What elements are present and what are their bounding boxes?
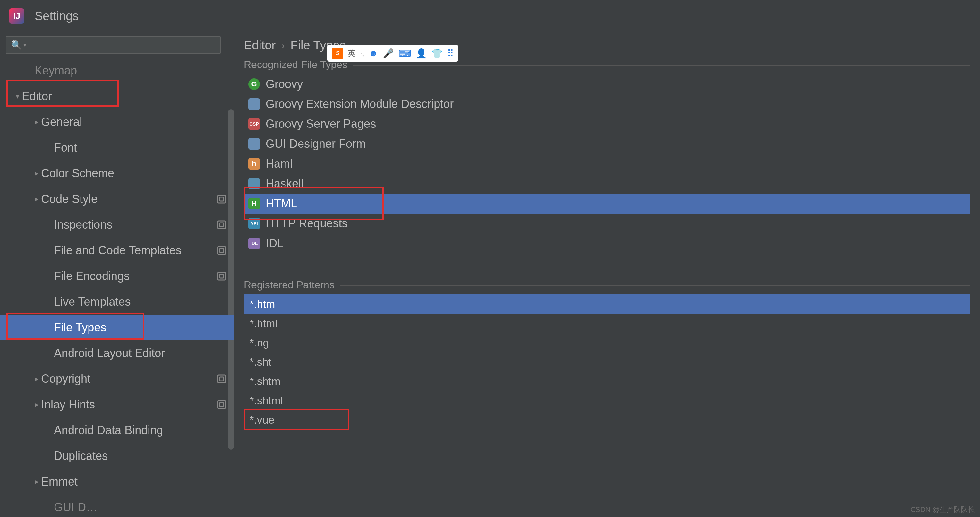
- project-scope-icon: [216, 193, 228, 205]
- watermark: CSDN @生产队队长: [910, 505, 975, 514]
- sidebar-item-label: Duplicates: [54, 449, 108, 463]
- shirt-icon[interactable]: 👕: [431, 48, 443, 59]
- sidebar-item[interactable]: Keymap: [0, 58, 234, 83]
- filetype-item[interactable]: IDLIDL: [244, 233, 970, 254]
- sidebar-item-label: Editor: [22, 89, 52, 103]
- breadcrumb-separator-icon: ›: [281, 40, 285, 51]
- tree-arrow-icon: [45, 272, 54, 281]
- sidebar-item[interactable]: ▸General: [0, 109, 234, 135]
- tree-arrow-icon: [25, 66, 35, 75]
- svg-rect-1: [220, 197, 224, 201]
- search-dropdown-icon[interactable]: ▾: [24, 41, 26, 48]
- filetype-icon: h: [248, 158, 260, 169]
- filetype-icon: G: [248, 78, 260, 90]
- sidebar-item-label: File Types: [54, 321, 106, 334]
- filetype-item[interactable]: Groovy Extension Module Descriptor: [244, 94, 970, 114]
- sidebar-item-label: Inspections: [54, 218, 112, 231]
- filetype-label: HTML: [266, 197, 297, 210]
- patterns-section: Registered Patterns *.htm*.html*.ng*.sht…: [244, 286, 970, 429]
- pattern-list[interactable]: *.htm*.html*.ng*.sht*.shtm*.shtml*.vue: [244, 294, 970, 429]
- filetype-label: Haskell: [266, 177, 304, 190]
- pattern-item[interactable]: *.sht: [244, 352, 970, 372]
- sidebar-item[interactable]: Duplicates: [0, 443, 234, 469]
- sidebar: 🔍 ▾ Keymap▾Editor▸GeneralFont▸Color Sche…: [0, 32, 234, 517]
- pattern-label: *.html: [250, 317, 277, 330]
- tree-arrow-icon: [45, 349, 54, 358]
- sidebar-item[interactable]: Inspections: [0, 212, 234, 238]
- sidebar-item[interactable]: Android Data Binding: [0, 418, 234, 443]
- filetype-item[interactable]: APIHTTP Requests: [244, 214, 970, 233]
- filetype-list[interactable]: GGroovyGroovy Extension Module Descripto…: [244, 74, 970, 254]
- sidebar-item[interactable]: ▸Inlay Hints: [0, 392, 234, 418]
- filetype-icon: [248, 98, 260, 110]
- svg-rect-4: [218, 247, 226, 254]
- pattern-item[interactable]: *.vue: [244, 410, 970, 429]
- filetype-icon: [248, 178, 260, 190]
- sidebar-item[interactable]: File Encodings: [0, 263, 234, 289]
- filetype-item[interactable]: hHaml: [244, 154, 970, 174]
- patterns-label: Registered Patterns: [244, 279, 340, 291]
- tree-arrow-icon: ▸: [32, 477, 41, 486]
- svg-rect-9: [220, 377, 224, 381]
- pattern-item[interactable]: *.shtm: [244, 372, 970, 391]
- sidebar-item[interactable]: ▸Color Scheme: [0, 161, 234, 186]
- sidebar-item-label: Copyright: [41, 372, 91, 386]
- filetype-item[interactable]: Haskell: [244, 174, 970, 194]
- svg-rect-6: [218, 272, 226, 280]
- tree-arrow-icon: [45, 452, 54, 461]
- sidebar-item-label: Emmet: [41, 475, 78, 488]
- svg-rect-0: [218, 195, 226, 203]
- sidebar-item[interactable]: File Types: [0, 315, 234, 340]
- pattern-item[interactable]: *.shtml: [244, 391, 970, 410]
- main-layout: 🔍 ▾ Keymap▾Editor▸GeneralFont▸Color Sche…: [0, 32, 980, 517]
- project-scope-icon: [216, 399, 228, 410]
- filetype-icon: API: [248, 218, 260, 229]
- filetype-icon: [248, 138, 260, 150]
- filetype-item[interactable]: GUI Designer Form: [244, 134, 970, 154]
- tree-arrow-icon: [45, 143, 54, 152]
- search-input[interactable]: 🔍 ▾: [6, 36, 221, 54]
- sidebar-item[interactable]: Live Templates: [0, 289, 234, 315]
- ime-lang[interactable]: 英: [348, 48, 355, 59]
- sidebar-item[interactable]: ▸Code Style: [0, 186, 234, 212]
- tree-arrow-icon: ▾: [13, 92, 22, 101]
- sidebar-item[interactable]: Font: [0, 135, 234, 161]
- sidebar-item-label: Keymap: [35, 64, 77, 77]
- svg-rect-7: [220, 274, 224, 278]
- sidebar-item[interactable]: GUI D…: [0, 495, 234, 517]
- keyboard-icon[interactable]: ⌨: [398, 48, 411, 59]
- sidebar-item[interactable]: File and Code Templates: [0, 238, 234, 263]
- tree-arrow-icon: [45, 297, 54, 306]
- project-scope-icon: [216, 219, 228, 231]
- pattern-label: *.sht: [250, 356, 271, 368]
- window-title: Settings: [35, 9, 79, 23]
- svg-rect-8: [218, 375, 226, 383]
- filetype-item[interactable]: HHTML: [244, 194, 970, 214]
- pattern-label: *.ng: [250, 337, 269, 349]
- breadcrumb-root[interactable]: Editor: [244, 38, 275, 52]
- svg-rect-2: [218, 221, 226, 229]
- emoji-icon[interactable]: ☻: [369, 48, 378, 59]
- settings-tree[interactable]: Keymap▾Editor▸GeneralFont▸Color Scheme▸C…: [0, 58, 234, 517]
- person-icon[interactable]: 👤: [416, 48, 427, 59]
- mic-icon[interactable]: 🎤: [383, 48, 394, 59]
- pattern-item[interactable]: *.html: [244, 314, 970, 333]
- filetype-label: Groovy Server Pages: [266, 117, 376, 131]
- sidebar-item-label: Android Data Binding: [54, 424, 163, 437]
- ime-toolbar[interactable]: S 英 ·, ☻ 🎤 ⌨ 👤 👕 ⠿: [327, 45, 458, 62]
- grid-icon[interactable]: ⠿: [447, 48, 454, 59]
- svg-rect-11: [220, 403, 224, 407]
- pattern-item[interactable]: *.ng: [244, 333, 970, 352]
- tree-arrow-icon: [45, 503, 54, 512]
- tree-arrow-icon: [45, 246, 54, 255]
- sidebar-item[interactable]: ▾Editor: [0, 83, 234, 109]
- sidebar-item[interactable]: ▸Emmet: [0, 469, 234, 495]
- filetype-item[interactable]: GSPGroovy Server Pages: [244, 114, 970, 134]
- filetype-label: IDL: [266, 237, 283, 250]
- sidebar-item[interactable]: Android Layout Editor: [0, 340, 234, 366]
- project-scope-icon: [216, 373, 228, 385]
- pattern-item[interactable]: *.htm: [244, 294, 970, 314]
- sidebar-item[interactable]: ▸Copyright: [0, 366, 234, 392]
- pattern-label: *.shtml: [250, 394, 283, 407]
- filetype-item[interactable]: GGroovy: [244, 74, 970, 94]
